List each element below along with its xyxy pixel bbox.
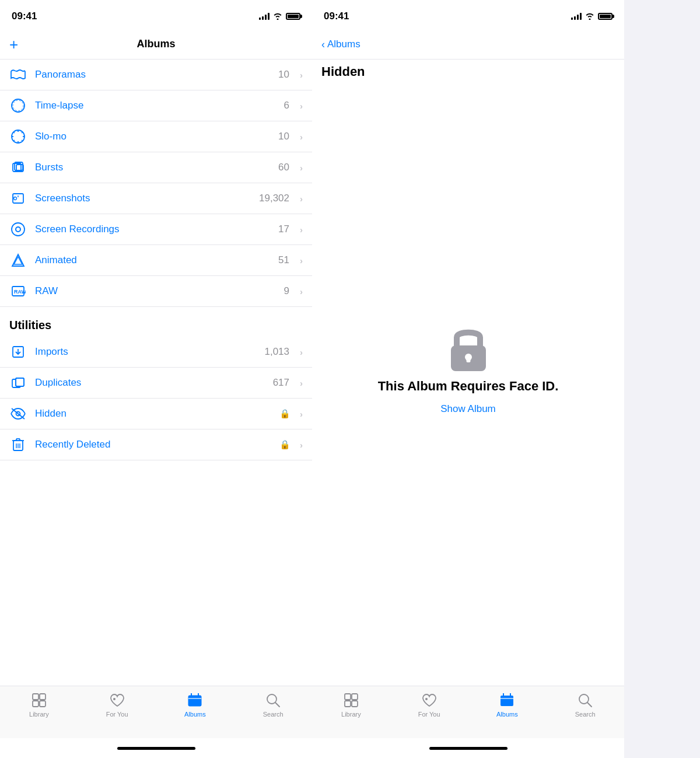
nav-bar-right: ‹ Albums [312,29,624,60]
foryou-tab-icon-left [109,692,125,708]
bursts-icon [9,159,27,176]
duplicates-chevron: › [300,378,303,388]
svg-point-59 [425,698,428,700]
status-bar-right: 09:41 [312,0,624,29]
albums-list: Panoramas 10 › Time-lapse 6 › [0,60,312,686]
tab-albums-label-left: Albums [184,711,206,718]
recently-deleted-lock-icon: 🔒 [279,439,290,450]
slomo-count: 10 [278,131,289,142]
status-icons-left [259,13,300,20]
panoramas-chevron: › [300,70,303,80]
timelapse-count: 6 [284,100,289,111]
svg-point-20 [16,228,20,231]
raw-icon: RAW [9,282,27,300]
screenrec-chevron: › [300,225,303,235]
tab-bar-left: Library For You Albums [0,686,312,738]
raw-chevron: › [300,287,303,296]
list-item-raw[interactable]: RAW RAW 9 › [0,276,312,307]
svg-line-51 [275,703,279,707]
timelapse-icon [9,97,27,114]
bursts-count: 60 [278,162,289,173]
svg-point-0 [12,99,24,112]
add-album-button[interactable]: + [9,37,33,52]
svg-rect-40 [33,694,38,700]
face-id-lock-icon [445,325,492,372]
tab-albums-right[interactable]: Albums [487,692,527,718]
hidden-page-title: Hidden [312,60,624,89]
back-label: Albums [327,39,360,50]
battery-icon-right [598,13,612,20]
svg-rect-56 [352,694,358,700]
tab-library-right[interactable]: Library [331,692,372,718]
tab-library-left[interactable]: Library [19,692,60,718]
svg-line-9 [13,140,15,141]
foryou-tab-icon-right [421,692,438,708]
show-album-button[interactable]: Show Album [440,403,496,415]
page-title-left: Albums [33,38,279,50]
animated-icon [9,251,27,269]
tab-foryou-right[interactable]: For You [409,692,450,718]
hidden-chevron: › [300,409,303,419]
panoramas-label: Panoramas [35,69,270,81]
animated-label: Animated [35,254,270,266]
tab-foryou-label-right: For You [418,711,440,718]
list-item-duplicates[interactable]: Duplicates 617 › [0,368,312,399]
screenshots-label: Screenshots [35,193,251,204]
list-item-recently-deleted[interactable]: Recently Deleted 🔒 › [0,429,312,460]
library-tab-icon-right [343,692,359,708]
tab-albums-label-right: Albums [496,711,518,718]
hidden-label: Hidden [35,408,271,420]
list-item-bursts[interactable]: Bursts 60 › [0,152,312,183]
utilities-section-header: Utilities [0,307,312,337]
back-chevron-icon: ‹ [321,39,325,50]
list-item-slomo[interactable]: Slo-mo 10 › [0,121,312,152]
imports-label: Imports [35,346,256,358]
back-button[interactable]: ‹ Albums [321,39,360,50]
screenshots-count: 19,302 [259,193,289,204]
list-item-panoramas[interactable]: Panoramas 10 › [0,60,312,90]
list-item-screenshots[interactable]: Screenshots 19,302 › [0,183,312,214]
duplicates-label: Duplicates [35,377,265,389]
svg-point-44 [113,698,116,700]
tab-search-label-left: Search [263,711,284,718]
raw-count: 9 [284,285,289,297]
trash-icon [9,436,27,453]
tab-bar-right: Library For You Albums [312,686,624,738]
panoramas-count: 10 [278,69,289,81]
face-id-message: This Album Requires Face ID. [378,379,559,394]
list-item-timelapse[interactable]: Time-lapse 6 › [0,90,312,121]
duplicates-icon [9,374,27,392]
imports-icon [9,343,27,361]
svg-point-15 [14,197,17,200]
tab-albums-left[interactable]: Albums [174,692,215,718]
list-item-imports[interactable]: Imports 1,013 › [0,337,312,368]
svg-line-65 [587,703,592,707]
tab-search-left[interactable]: Search [253,692,293,718]
list-item-animated[interactable]: Animated 51 › [0,245,312,276]
right-screen: 09:41 ‹ Albums Hidden [312,0,624,758]
tab-foryou-label-left: For You [106,711,128,718]
status-time-left: 09:41 [12,11,37,22]
svg-line-10 [22,132,23,133]
svg-rect-43 [40,701,46,707]
svg-text:RAW: RAW [14,289,26,295]
slomo-chevron: › [300,132,303,142]
recently-deleted-label: Recently Deleted [35,439,271,450]
home-indicator-left [0,738,312,758]
wifi-icon-right [585,13,594,20]
albums-tab-icon-left [187,692,203,708]
tab-search-right[interactable]: Search [565,692,606,718]
list-item-screenrec[interactable]: Screen Recordings 17 › [0,214,312,245]
screenrec-count: 17 [278,223,289,235]
imports-chevron: › [300,347,303,357]
list-item-hidden[interactable]: Hidden 🔒 › [0,399,312,429]
signal-icon-right [571,13,582,20]
animated-count: 51 [278,254,289,266]
svg-line-8 [22,140,23,141]
tab-foryou-left[interactable]: For You [97,692,138,718]
svg-rect-60 [501,696,513,706]
svg-rect-54 [466,357,470,362]
raw-label: RAW [35,285,276,297]
svg-line-7 [13,132,15,133]
svg-rect-57 [345,701,351,707]
